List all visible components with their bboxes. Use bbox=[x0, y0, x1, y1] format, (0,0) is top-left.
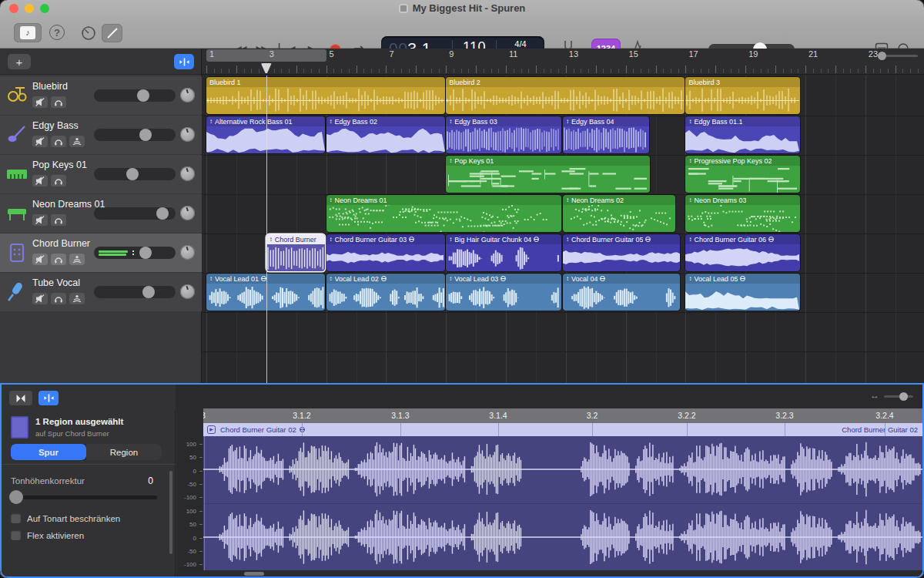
editor-toggle-button[interactable] bbox=[102, 24, 122, 42]
track-volume-slider[interactable] bbox=[94, 89, 176, 102]
main-ruler[interactable]: 1357911131517192123 bbox=[202, 49, 924, 75]
playhead-marker[interactable] bbox=[261, 63, 272, 73]
zoom-slider-knob[interactable] bbox=[878, 52, 886, 60]
tab-spur[interactable]: Spur bbox=[11, 444, 86, 460]
editor-ruler-label: 3.2 bbox=[587, 411, 598, 420]
region-vocal-lead-05[interactable]: ↕Vocal Lead 05 bbox=[685, 274, 799, 311]
editor-region-header[interactable]: ▶ Chord Burner Guitar 02 Chord Burner Gu… bbox=[203, 423, 922, 436]
region-label: Bluebird 3 bbox=[685, 77, 799, 87]
region-neon-dreams-03[interactable]: ↕Neon Dreams 03 bbox=[685, 195, 799, 232]
editor-zoom-slider[interactable] bbox=[884, 395, 913, 398]
editor-ruler[interactable]: 33.1.23.1.33.1.43.23.2.23.2.33.2.4 bbox=[203, 408, 922, 423]
track-volume-knob[interactable] bbox=[126, 168, 139, 180]
region-play-icon[interactable]: ▶ bbox=[207, 425, 216, 434]
region-neon-dreams-02[interactable]: ↕Neon Dreams 02 bbox=[563, 195, 675, 232]
library-button[interactable]: ♪ bbox=[14, 23, 42, 42]
ruler-tick bbox=[902, 69, 903, 73]
input-button[interactable] bbox=[69, 136, 85, 147]
solo-button[interactable] bbox=[51, 254, 66, 265]
region-edgy-bass-02[interactable]: ↕Edgy Bass 02 bbox=[326, 116, 445, 153]
pitch-correction-slider[interactable] bbox=[11, 496, 157, 499]
track-header-neon-dreams-01[interactable]: Neon Dreams 01 bbox=[0, 194, 202, 233]
input-button[interactable] bbox=[69, 293, 85, 304]
flex-button[interactable] bbox=[9, 391, 32, 405]
editor-waveform-area[interactable] bbox=[203, 436, 922, 570]
track-header-edgy-bass[interactable]: Edgy Bass bbox=[0, 116, 202, 154]
editor-catch-playhead-button[interactable] bbox=[38, 391, 59, 405]
cycle-region[interactable] bbox=[206, 49, 326, 62]
region-big-hair-guitar-chunk-04[interactable]: ↕Big Hair Guitar Chunk 04 bbox=[446, 234, 561, 271]
pan-knob[interactable] bbox=[180, 127, 195, 142]
region-edgy-bass-01-1[interactable]: ↕Edgy Bass 01.1 bbox=[685, 116, 799, 153]
pan-knob[interactable] bbox=[180, 284, 195, 299]
timeline[interactable]: 1357911131517192123 Bluebird 1Bluebird 2… bbox=[202, 49, 924, 383]
region-label: ↕Big Hair Guitar Chunk 04 bbox=[446, 234, 561, 244]
track-header-pop-keys-01[interactable]: Pop Keys 01 bbox=[0, 155, 202, 193]
region-edgy-bass-04[interactable]: ↕Edgy Bass 04 bbox=[563, 116, 649, 153]
region-waveform bbox=[326, 126, 445, 153]
region-chord-burner-guitar-06[interactable]: ↕Chord Burner Guitar 06 bbox=[685, 234, 799, 271]
solo-button[interactable] bbox=[51, 136, 66, 147]
region-edgy-bass-03[interactable]: ↕Edgy Bass 03 bbox=[446, 116, 561, 153]
inspector-scrollbar[interactable] bbox=[169, 471, 172, 554]
solo-headphones-icon bbox=[54, 216, 63, 224]
track-volume-knob[interactable] bbox=[139, 129, 152, 141]
region-vocal-04[interactable]: ↕Vocal 04 bbox=[563, 274, 680, 311]
pitch-correction-knob[interactable] bbox=[9, 490, 23, 504]
region-chord-burner-guitar-03[interactable]: ↕Chord Burner Guitar 03 bbox=[326, 234, 445, 271]
add-track-button[interactable]: + bbox=[8, 54, 31, 69]
mute-button[interactable] bbox=[32, 214, 48, 226]
track-header-tube-vocal[interactable]: Tube Vocal bbox=[0, 273, 202, 311]
region-neon-dreams-01[interactable]: ↕Neon Dreams 01 bbox=[326, 195, 562, 232]
region-bluebird-1[interactable]: Bluebird 1 bbox=[206, 77, 445, 114]
track-volume-knob[interactable] bbox=[139, 247, 152, 259]
quick-help-button[interactable]: ? bbox=[49, 25, 65, 40]
solo-button[interactable] bbox=[51, 293, 66, 304]
pan-knob[interactable] bbox=[180, 245, 195, 260]
catch-playhead-button[interactable] bbox=[174, 54, 194, 69]
region-name: Pop Keys 01 bbox=[454, 157, 494, 165]
track-volume-knob[interactable] bbox=[142, 286, 155, 298]
region-chord-burner[interactable]: ↕Chord Burner bbox=[266, 234, 325, 271]
solo-button[interactable] bbox=[51, 96, 66, 108]
region-bluebird-2[interactable]: Bluebird 2 bbox=[446, 77, 685, 114]
checkbox[interactable] bbox=[11, 513, 21, 523]
track-buttons bbox=[32, 136, 85, 147]
region-vocal-lead-03[interactable]: ↕Vocal Lead 03 bbox=[446, 274, 561, 311]
pan-knob[interactable] bbox=[180, 166, 195, 181]
mute-button[interactable] bbox=[32, 254, 48, 265]
region-bluebird-3[interactable]: Bluebird 3 bbox=[685, 77, 799, 114]
track-volume-slider[interactable] bbox=[94, 168, 176, 180]
track-volume-knob[interactable] bbox=[137, 89, 149, 102]
track-lanes[interactable]: Bluebird 1Bluebird 2Bluebird 3↕Alternati… bbox=[202, 76, 924, 383]
mute-button[interactable] bbox=[32, 175, 48, 187]
pan-knob[interactable] bbox=[180, 206, 195, 220]
ruler-tick bbox=[326, 66, 327, 73]
track-volume-slider[interactable] bbox=[94, 286, 176, 298]
horizontal-zoom-slider[interactable] bbox=[878, 55, 918, 57]
track-header-chord-burner[interactable]: Chord Burner bbox=[0, 234, 202, 272]
editor-zoom-knob[interactable] bbox=[899, 392, 908, 401]
smart-controls-button[interactable] bbox=[80, 25, 97, 42]
track-header-bluebird[interactable]: Bluebird bbox=[0, 76, 202, 115]
region-vocal-lead-02[interactable]: ↕Vocal Lead 02 bbox=[326, 274, 445, 311]
solo-button[interactable] bbox=[51, 175, 66, 187]
mute-button[interactable] bbox=[32, 293, 48, 304]
ruler-tick bbox=[221, 69, 222, 73]
track-volume-knob[interactable] bbox=[156, 207, 169, 220]
solo-button[interactable] bbox=[51, 214, 66, 226]
mute-button[interactable] bbox=[32, 96, 48, 108]
region-progressive-pop-keys-02[interactable]: ↕Progressive Pop Keys 02 bbox=[685, 156, 799, 193]
region-chord-burner-guitar-05[interactable]: ↕Chord Burner Guitar 05 bbox=[563, 234, 680, 271]
track-volume-slider[interactable] bbox=[94, 247, 176, 259]
input-button[interactable] bbox=[69, 254, 85, 265]
bass-icon bbox=[5, 123, 29, 147]
pan-knob[interactable] bbox=[180, 88, 195, 102]
track-volume-slider[interactable] bbox=[94, 207, 176, 220]
checkbox[interactable] bbox=[11, 530, 21, 540]
editor-h-scrollbar[interactable] bbox=[244, 572, 264, 576]
mute-button[interactable] bbox=[32, 136, 48, 147]
tab-region[interactable]: Region bbox=[86, 444, 162, 460]
region-pop-keys-01[interactable]: ↕Pop Keys 01 bbox=[446, 156, 650, 193]
track-volume-slider[interactable] bbox=[94, 129, 176, 141]
